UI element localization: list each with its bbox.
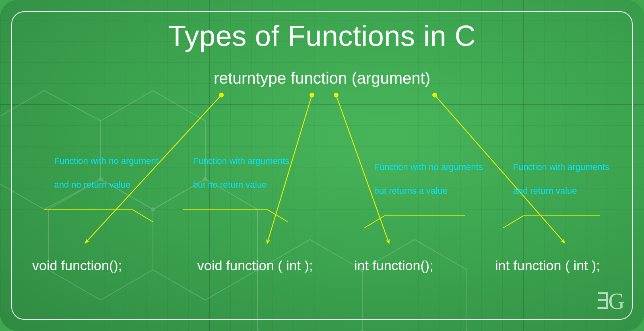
diagram-canvas: Types of Functions in C returntype funct… [0, 0, 644, 331]
svg-point-13 [334, 93, 339, 97]
gfg-logo: ƎG [596, 288, 623, 314]
callout-arg-no-return: Function with arguments but no return va… [183, 143, 300, 215]
svg-point-12 [310, 93, 314, 97]
callout-text-line1: Function with no arguments [374, 162, 483, 172]
callout-underline [503, 214, 632, 230]
svg-marker-5 [362, 240, 467, 331]
diagram-subtitle: returntype function (argument) [0, 69, 644, 87]
callout-text-line2: and no return value [54, 180, 130, 190]
callout-no-arg-no-return: Function with no argument and no return … [44, 143, 165, 215]
signature-int-noarg: int function(); [354, 258, 433, 273]
callout-text-line1: Function with arguments [193, 156, 289, 166]
signature-void-noarg: void function(); [32, 258, 122, 273]
callout-text-line2: but no return value [193, 180, 266, 190]
svg-point-14 [432, 93, 437, 97]
callout-text-line2: but returns a value [374, 186, 447, 196]
callout-underline [183, 208, 312, 224]
callout-underline [44, 208, 173, 224]
signature-void-arg: void function ( int ); [197, 258, 313, 273]
callout-text-line1: Function with arguments [513, 162, 609, 172]
callout-text-line2: and return value [513, 186, 577, 196]
svg-marker-4 [258, 240, 362, 331]
signature-int-arg: int function ( int ); [495, 258, 600, 273]
diagram-title: Types of Functions in C [0, 19, 644, 52]
callout-no-arg-return: Function with no arguments but returns a… [364, 149, 485, 221]
svg-point-11 [219, 93, 224, 97]
callout-underline [364, 214, 493, 230]
callout-text-line1: Function with no argument [54, 156, 158, 166]
callout-arg-return: Function with arguments and return value [503, 149, 620, 221]
